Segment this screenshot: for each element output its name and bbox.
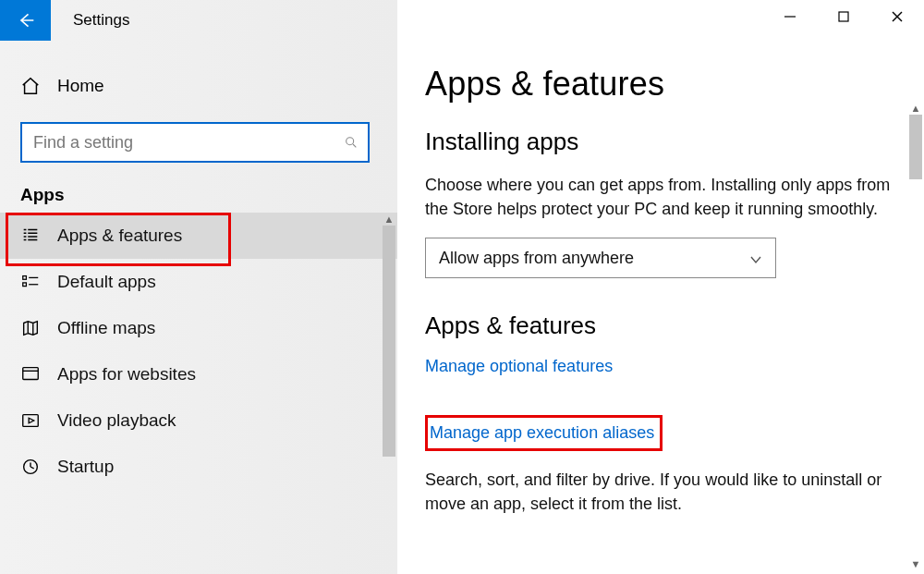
sidebar-item-apps-websites[interactable]: Apps for websites xyxy=(0,351,397,397)
svg-point-0 xyxy=(346,138,354,145)
sidebar-nav: Apps & features Default apps Offline map… xyxy=(0,213,397,490)
sidebar-item-apps-features[interactable]: Apps & features xyxy=(0,213,397,259)
apps-features-icon xyxy=(20,226,41,246)
scroll-down-icon[interactable]: ▼ xyxy=(909,557,922,570)
startup-icon xyxy=(20,457,41,477)
video-playback-icon xyxy=(20,410,41,431)
main-scroll-thumb[interactable] xyxy=(909,115,922,179)
search-box[interactable] xyxy=(20,122,370,163)
svg-rect-11 xyxy=(839,12,848,21)
sidebar-home[interactable]: Home xyxy=(0,67,397,105)
settings-window: Settings Home Apps xyxy=(0,0,924,574)
sidebar-body: Home Apps Apps & features xyxy=(0,41,397,490)
home-icon xyxy=(20,76,41,96)
titlebar xyxy=(397,0,924,37)
scroll-up-icon[interactable]: ▲ xyxy=(909,102,922,115)
maximize-icon xyxy=(837,10,850,23)
sidebar-item-label: Default apps xyxy=(57,272,156,292)
main-pane: Apps & features Installing apps Choose w… xyxy=(397,0,924,574)
sidebar-item-label: Video playback xyxy=(57,410,176,431)
chevron-down-icon xyxy=(749,251,762,264)
sidebar-scroll-thumb[interactable] xyxy=(383,226,395,457)
svg-rect-3 xyxy=(23,283,27,287)
link-manage-optional-features[interactable]: Manage optional features xyxy=(425,357,613,376)
arrow-left-icon xyxy=(17,11,35,30)
search-icon xyxy=(344,135,359,150)
section-installing-apps-body: Choose where you can get apps from. Inst… xyxy=(425,173,893,221)
offline-maps-icon xyxy=(20,318,41,338)
svg-line-1 xyxy=(353,144,356,147)
sidebar-item-label: Apps for websites xyxy=(57,364,196,385)
app-source-dropdown[interactable]: Allow apps from anywhere xyxy=(425,238,776,278)
svg-rect-8 xyxy=(23,415,39,427)
sidebar-item-video-playback[interactable]: Video playback xyxy=(0,397,397,444)
page-title: Apps & features xyxy=(425,65,893,104)
dropdown-selected-value: Allow apps from anywhere xyxy=(439,249,634,268)
section-apps-features-title: Apps & features xyxy=(425,311,893,340)
link-manage-app-execution-aliases[interactable]: Manage app execution aliases xyxy=(430,423,654,443)
svg-rect-2 xyxy=(23,276,27,280)
default-apps-icon xyxy=(20,272,41,292)
maximize-button[interactable] xyxy=(817,0,870,33)
sidebar-item-label: Offline maps xyxy=(57,318,155,338)
sidebar: Settings Home Apps xyxy=(0,0,397,574)
apps-websites-icon xyxy=(20,364,41,385)
window-title: Settings xyxy=(73,11,129,30)
sidebar-item-default-apps[interactable]: Default apps xyxy=(0,259,397,305)
main-scrollbar[interactable]: ▲ ▼ xyxy=(909,102,922,570)
search-input[interactable] xyxy=(31,132,344,153)
scroll-up-icon[interactable]: ▲ xyxy=(383,213,395,226)
annotation-highlight-link: Manage app execution aliases xyxy=(425,415,663,451)
close-button[interactable] xyxy=(870,0,924,33)
sidebar-item-startup[interactable]: Startup xyxy=(0,444,397,490)
sidebar-section-label: Apps xyxy=(20,185,397,205)
sidebar-item-label: Apps & features xyxy=(57,226,182,246)
main-content: Apps & features Installing apps Choose w… xyxy=(397,37,924,516)
svg-rect-6 xyxy=(23,368,39,380)
sidebar-home-label: Home xyxy=(57,76,104,96)
back-button[interactable] xyxy=(0,0,51,41)
close-icon xyxy=(891,10,904,23)
sidebar-item-label: Startup xyxy=(57,457,114,477)
section-installing-apps-title: Installing apps xyxy=(425,128,893,156)
section-apps-features-body: Search, sort, and filter by drive. If yo… xyxy=(425,468,893,516)
section-apps-features: Apps & features Manage optional features… xyxy=(425,311,893,516)
minimize-icon xyxy=(784,10,796,23)
sidebar-item-offline-maps[interactable]: Offline maps xyxy=(0,305,397,351)
window-controls xyxy=(763,0,924,33)
sidebar-scrollbar[interactable]: ▲ xyxy=(383,213,395,527)
minimize-button[interactable] xyxy=(763,0,817,33)
sidebar-header: Settings xyxy=(0,0,397,41)
search-wrap xyxy=(20,122,370,163)
